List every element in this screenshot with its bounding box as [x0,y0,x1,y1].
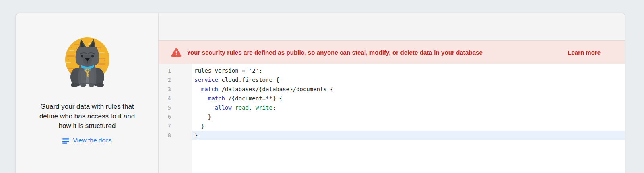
code-line-5[interactable]: allow read, write; [192,103,625,112]
line-number: 4 [159,94,192,103]
line-number: 2 [159,75,192,85]
line-number: 7 [159,122,192,131]
rules-description-line: Guard your data with rules that [39,102,135,112]
code-token: service [194,77,218,83]
line-number: 8 [159,131,192,140]
rules-description-line: define who has access to it and [39,112,135,121]
rules-description: Guard your data with rules that define w… [39,102,135,131]
code-line-8[interactable]: } [192,131,625,140]
code-token [194,95,208,102]
code-token: } [194,123,204,129]
code-line-6[interactable]: } [192,112,625,122]
warning-message: Your security rules are defined as publi… [187,49,483,56]
code-token: match [201,86,218,92]
code-token: cloud.firestore { [218,77,279,83]
code-line-3[interactable]: match /databases/{database}/documents { [192,85,625,94]
warning-triangle-icon [171,48,182,57]
code-editor[interactable]: 12345678 rules_version = '2';service clo… [159,64,625,173]
code-token: } [194,132,198,138]
text-cursor [198,132,198,139]
learn-more-link[interactable]: Learn more [568,49,601,56]
line-number: 3 [159,85,192,94]
code-token: rules_version = '2'; [194,67,262,74]
code-token: , [249,104,256,111]
code-token [232,104,235,111]
rules-card: Guard your data with rules that define w… [16,13,625,173]
rules-description-line: how it is structured [39,121,135,131]
code-line-1[interactable]: rules_version = '2'; [192,66,625,75]
code-token: match [208,95,225,102]
guard-dog-illustration [63,36,112,88]
docs-list-icon [62,138,70,144]
code-area[interactable]: rules_version = '2';service cloud.firest… [192,64,625,173]
editor-toolbar [159,13,625,41]
line-number: 5 [159,103,192,112]
rules-editor-panel: Your security rules are defined as publi… [159,13,625,173]
line-number: 6 [159,112,192,122]
security-warning-banner: Your security rules are defined as publi… [159,41,625,64]
code-line-2[interactable]: service cloud.firestore { [192,75,625,85]
view-docs-link[interactable]: View the docs [62,137,111,144]
rules-info-panel: Guard your data with rules that define w… [16,13,159,173]
code-line-7[interactable]: } [192,122,625,131]
view-docs-label: View the docs [73,137,111,144]
code-token: ; [272,104,276,111]
gutter: 12345678 [159,64,192,173]
code-token [194,86,201,92]
code-token: write [256,104,272,111]
code-token: /{document=**} { [225,95,283,102]
code-line-4[interactable]: match /{document=**} { [192,94,625,103]
code-token: allow [215,104,232,111]
code-token: read [235,104,249,111]
line-number: 1 [159,66,192,75]
code-token [194,104,215,111]
code-token: } [194,114,211,120]
code-token: /databases/{database}/documents { [218,86,334,92]
